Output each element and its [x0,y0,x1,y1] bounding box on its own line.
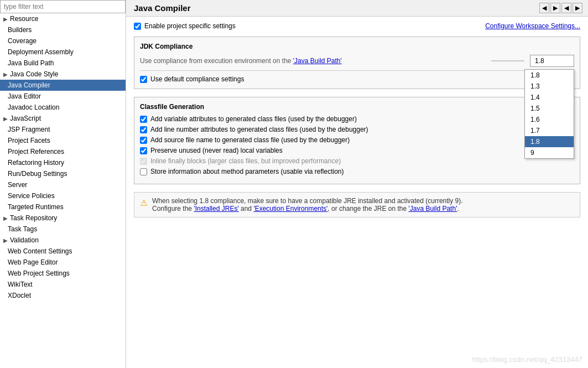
sidebar-item-java-code-style[interactable]: ▶Java Code Style [0,69,126,80]
sidebar-item-label: Project References [8,148,64,156]
sidebar-item-javadoc-location[interactable]: Javadoc Location [0,102,126,113]
sidebar-item-server[interactable]: Server [0,179,126,190]
sidebar-item-label: Web Content Settings [8,247,72,255]
arrow-icon: ▶ [3,116,8,122]
filter-input[interactable] [0,0,126,13]
sidebar-item-task-tags[interactable]: Task Tags [0,224,126,235]
version-dropdown[interactable]: 1.81.31.41.51.61.71.89 [530,55,574,67]
sidebar-item-label: Java Compiler [8,81,50,89]
installed-jres-link[interactable]: 'Installed JREs' [194,205,238,212]
sidebar-item-label: Task Repository [10,214,57,222]
version-option-1.5[interactable]: 1.5 [525,103,574,114]
sidebar-item-web-page-editor[interactable]: Web Page Editor [0,257,126,268]
warning-text: When selecting 1.8 compliance, make sure… [152,197,463,212]
watermark: https://blog.csdn.net/qq_42313447 [472,355,583,364]
sidebar-item-refactoring-history[interactable]: Refactoring History [0,157,126,168]
sidebar-item-resource[interactable]: ▶Resource [0,13,126,24]
version-option-1.8[interactable]: 1.8 [525,136,574,147]
sidebar-item-project-facets[interactable]: Project Facets [0,135,126,146]
warning-box: ⚠ When selecting 1.8 compliance, make su… [134,192,580,217]
check-0[interactable] [140,116,147,123]
version-option-1.4[interactable]: 1.4 [525,92,574,103]
check-label-4: Inline finally blocks (larger class file… [150,157,341,165]
sidebar-item-xdoclet[interactable]: XDoclet [0,290,126,301]
content-panel: Java Compiler ◀ ▶ ◀ ▶ Enable project spe… [126,0,588,368]
check-1[interactable] [140,126,147,133]
sidebar-item-label: Project Facets [8,137,50,144]
arrow-icon: ▶ [3,237,8,243]
sidebar-item-label: JSP Fragment [8,126,50,133]
sidebar-item-label: Java Editor [8,92,41,100]
sidebar-item-label: Targeted Runtimes [8,203,64,211]
version-option-1.6[interactable]: 1.6 [525,114,574,125]
sidebar-item-label: Server [8,181,27,189]
sidebar-item-wikitext[interactable]: WikiText [0,279,126,290]
sidebar-item-targeted-runtimes[interactable]: Targeted Runtimes [0,201,126,212]
sidebar-item-web-content-settings[interactable]: Web Content Settings [0,246,126,257]
toolbar-buttons: ◀ ▶ ◀ ▶ [539,3,582,13]
back-button[interactable]: ◀ [539,3,549,13]
check-label-1: Add line number attributes to generated … [150,126,368,133]
sidebar-item-label: Coverage [8,37,37,45]
sidebar-item-java-build-path[interactable]: Java Build Path [0,58,126,69]
sidebar-item-label: Builders [8,26,32,34]
check-row-3: Preserve unused (never read) local varia… [140,147,574,154]
sidebar-item-label: Java Code Style [10,70,58,78]
main-container: ▶ResourceBuildersCoverageDeployment Asse… [0,0,588,368]
version-option-1.8[interactable]: 1.8 [525,70,574,81]
dropdown-line [491,61,524,61]
sidebar-item-task-repository[interactable]: ▶Task Repository [0,212,126,224]
classfile-title: Classfile Generation [140,103,574,111]
page-title: Java Compiler [134,3,191,13]
check-row-5: Store information about method parameter… [140,168,574,175]
sidebar-item-jsp-fragment[interactable]: JSP Fragment [0,124,126,135]
sidebar-item-label: Resource [10,15,38,23]
forward2-button[interactable]: ▶ [573,3,582,13]
sidebar-item-java-compiler[interactable]: Java Compiler [0,80,126,91]
default-compliance-label: Use default compliance settings [150,75,244,83]
check-5[interactable] [140,168,147,175]
version-dropdown-popup: 1.81.31.41.51.61.71.89 [524,69,574,159]
check-2[interactable] [140,137,147,144]
execution-envs-link[interactable]: 'Execution Environments' [253,205,327,212]
sidebar-item-web-project-settings[interactable]: Web Project Settings [0,268,126,279]
sidebar-item-coverage[interactable]: Coverage [0,35,126,46]
version-option-1.3[interactable]: 1.3 [525,81,574,92]
sidebar-item-javascript[interactable]: ▶JavaScript [0,113,126,124]
check-row-2: Add source file name to generated class … [140,136,574,144]
enable-checkbox[interactable] [134,23,141,30]
enable-label: Enable project specific settings [144,22,236,30]
check-label-2: Add source file name to generated class … [150,136,350,144]
sidebar-item-service-policies[interactable]: Service Policies [0,190,126,201]
default-compliance-row: Use default compliance settings [140,75,574,83]
java-build-path-warning-link[interactable]: 'Java Build Path' [408,205,457,212]
configure-workspace-link[interactable]: Configure Workspace Settings... [485,22,580,30]
check-label-3: Preserve unused (never read) local varia… [150,147,283,154]
sidebar-item-label: Deployment Assembly [8,48,74,56]
back2-button[interactable]: ◀ [561,3,571,13]
version-option-1.7[interactable]: 1.7 [525,125,574,136]
default-compliance-checkbox[interactable] [140,76,147,83]
sidebar-item-label: Web Project Settings [8,269,70,277]
java-build-path-compliance-link[interactable]: 'Java Build Path' [293,57,342,65]
sidebar-item-label: Java Build Path [8,59,54,67]
check-3[interactable] [140,147,147,154]
sidebar-item-label: XDoclet [8,292,31,299]
compliance-row: Use compliance from execution environmen… [140,55,574,67]
sidebar-item-label: Validation [10,236,39,244]
forward-button[interactable]: ▶ [550,3,560,13]
sidebar-item-builders[interactable]: Builders [0,24,126,35]
sidebar-item-deployment-assembly[interactable]: Deployment Assembly [0,46,126,58]
sidebar-item-validation[interactable]: ▶Validation [0,235,126,246]
sidebar-item-label: WikiText [8,281,33,288]
check-4 [140,158,147,165]
arrow-icon: ▶ [3,16,8,22]
sidebar-item-java-editor[interactable]: Java Editor [0,91,126,102]
content-body: Enable project specific settings Configu… [126,17,588,368]
sidebar-item-project-references[interactable]: Project References [0,146,126,157]
arrow-icon: ▶ [3,215,8,221]
sidebar: ▶ResourceBuildersCoverageDeployment Asse… [0,0,126,368]
enable-left: Enable project specific settings [134,22,236,30]
version-option-9[interactable]: 9 [525,147,574,158]
sidebar-item-run/debug-settings[interactable]: Run/Debug Settings [0,168,126,179]
